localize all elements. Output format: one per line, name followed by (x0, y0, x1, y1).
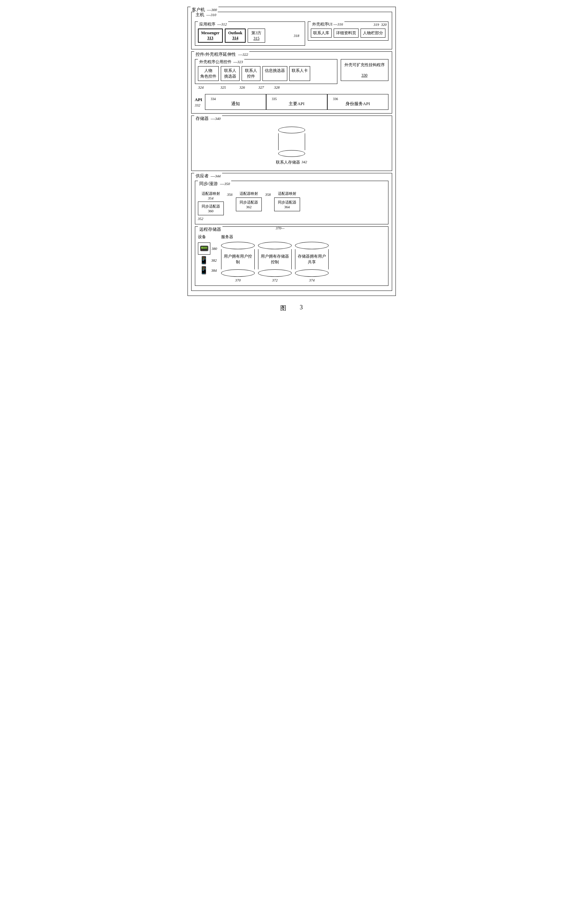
main-api-box: 335 主要API (266, 94, 327, 110)
cylinder-body (278, 134, 305, 150)
map-label-3: 适配器映射 (278, 191, 296, 196)
api-boxes: 334 通知 335 主要API 336 身份服务API (205, 94, 388, 110)
persona-item: 人物栏部分 (360, 28, 385, 38)
cylinder-ref: 342 (301, 160, 307, 164)
map-label-2: 适配器映射 (239, 191, 258, 196)
third-party-box: 第3方 315 (248, 28, 265, 43)
sync-adapter-3: 同步适配器364 (274, 198, 300, 211)
sync-group-3: 适配器映射 同步适配器364 (274, 191, 300, 211)
cyl-372-body: 用户拥有存储器控制 (258, 249, 292, 269)
app-ref-318: 318 (294, 34, 299, 38)
cyl-370-bottom (221, 269, 255, 277)
cylinder-370: 用户拥有用户控制 370 (221, 242, 255, 282)
ctrl-ref-326: 326 (239, 85, 245, 89)
sync-adapter-1: 同步适配器360 (198, 201, 224, 215)
public-controls-label: 外壳程序公用控件 —323 (198, 59, 244, 65)
remote-inner: 设备 📟 380 📱 (198, 234, 385, 282)
cyl-372-label: 用户拥有存储器控制 (260, 254, 290, 265)
info-picker-ctrl: 信息挑选器 (263, 66, 287, 81)
outlook-btn[interactable]: Outlook 314 (225, 28, 246, 43)
devices-group: 设备 📟 380 📱 (198, 234, 217, 275)
cyl-374-ref: 374 (309, 278, 315, 282)
contact-ctrl: 联系人控件 (241, 66, 261, 81)
outlook-ref: 314 (228, 36, 242, 41)
device-2-ref: 382 (211, 258, 217, 262)
cylinder-label: 联系人存储器 (276, 160, 300, 165)
cyl-370-ref: 370 (235, 278, 241, 282)
cyl-370-top (221, 242, 255, 249)
server-group: 服务器 用户拥有用户控制 370 (221, 234, 385, 282)
contact-storage-cylinder: 联系人存储器 342 (276, 127, 307, 165)
sync-label: 同步/漫游 —350 (198, 181, 231, 187)
figure-number: 3 (300, 304, 303, 312)
host-box: 主机 —310 应用程序 —312 Messenger 313 Out (191, 12, 392, 50)
page-wrapper: 客户机 —300 主机 —310 应用程序 —312 Messenger (188, 7, 396, 312)
device-2-icon: 📱 (198, 256, 210, 265)
messenger-btn[interactable]: Messenger 313 (198, 28, 223, 43)
controls-label: 控件/外壳程序延伸性 —322 (194, 51, 249, 58)
ref-356: 356 (227, 191, 233, 196)
cylinder-bottom (278, 150, 305, 157)
cylinders-row: 用户拥有用户控制 370 用户拥 (221, 242, 385, 282)
notify-ref: 334 (211, 97, 261, 101)
device-2-row: 📱 382 (198, 256, 217, 265)
third-party-name: 第3方 (251, 30, 261, 36)
contact-card-text: 联系人卡 (292, 68, 308, 73)
messenger-name: Messenger (201, 31, 220, 36)
storage-label: 存储器 —340 (194, 116, 222, 122)
api-left: API 332 (195, 97, 202, 107)
ctrl-ref-324: 324 (198, 85, 204, 89)
supplier-section: 供应者 —344 同步/漫游 —350 适配器映射 354 (191, 173, 392, 291)
ctrl-ref-327: 327 (258, 85, 264, 89)
notify-label: 通知 (231, 101, 240, 106)
devices-label: 设备 (198, 234, 217, 240)
supplier-label: 供应者 —344 (194, 173, 222, 179)
device-3-row: 📱 384 (198, 266, 217, 275)
detail-page-item: 详细资料页 (334, 28, 358, 38)
cyl-374-label: 存储器拥有用户共享 (297, 254, 327, 265)
outlook-name: Outlook (228, 31, 242, 36)
contact-picker-text: 联系人挑选器 (224, 68, 236, 79)
persona-role-ctrl: 人物角色控件 (198, 66, 219, 81)
sync-group-1: 适配器映射 354 同步适配器360 (198, 191, 224, 215)
device-1-ref: 380 (212, 246, 217, 251)
remote-label: 远程存储器 (198, 226, 223, 233)
device-1-icon: 📟 (198, 243, 210, 254)
ctrl-ref-328: 328 (274, 85, 280, 89)
api-label: API (195, 97, 202, 102)
controls-inner: 外壳程序公用控件 —323 人物角色控件 联系人挑选器 联系人控件 信息挑选器 (195, 59, 388, 84)
cyl-370-label: 用户拥有用户控制 (223, 254, 253, 265)
cylinder-top (278, 127, 305, 134)
shell-ui-box: 外壳程序UI —316 319 320 联系人库 详细资料页 (308, 21, 388, 41)
sync-adapter-2: 同步适配器362 (236, 198, 262, 211)
sync-box: 同步/漫游 —350 适配器映射 354 同步适配器360 (195, 181, 388, 224)
sync-ref-352: 352 (198, 217, 385, 221)
figure-label: 图 3 (188, 304, 396, 312)
identity-api-ref: 336 (333, 97, 383, 101)
api-section: API 332 334 通知 335 主要API 336 身份服务API (195, 94, 388, 110)
identity-api-label: 身份服务API (345, 101, 370, 106)
ctrl-ref-325: 325 (220, 85, 226, 89)
persona-role-text: 人物角色控件 (200, 68, 216, 79)
device-3-ref: 384 (211, 268, 217, 272)
contact-card-ctrl: 联系人卡 (289, 66, 310, 81)
contact-lib-label: 联系人库 (313, 31, 329, 35)
remote-section: 远程存储器 设备 📟 380 (195, 226, 388, 286)
cyl-372-ref: 372 (272, 278, 278, 282)
ref-358: 358 (265, 191, 271, 196)
shell-ref-319: 319 (374, 23, 379, 26)
sync-group-2: 适配器映射 同步适配器362 (236, 191, 262, 211)
main-api-ref: 335 (272, 97, 322, 101)
device-1-row: 📟 380 (198, 243, 217, 254)
cyl-372-top (258, 242, 292, 249)
cyl-370-body: 用户拥有用户控制 (221, 249, 255, 269)
server-label: 服务器 (221, 234, 385, 240)
control-refs: 324 325 326 327 328 (195, 85, 388, 89)
cyl-374-bottom (295, 269, 329, 277)
shell-hook-ref: 330 (362, 73, 368, 78)
shell-hook-box: 外壳可扩充性挂钩程序 330 (341, 59, 388, 81)
detail-page-label: 详细资料页 (336, 31, 356, 35)
messenger-ref: 313 (201, 36, 220, 41)
app-label: 应用程序 —312 (198, 21, 228, 27)
sync-groups: 适配器映射 354 同步适配器360 356 适配器 (198, 191, 385, 215)
